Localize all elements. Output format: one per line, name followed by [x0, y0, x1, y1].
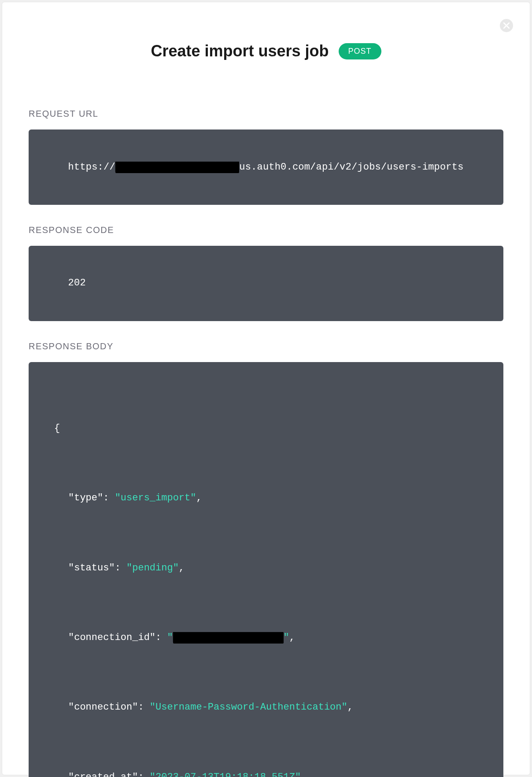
json-val-status: "pending" [126, 562, 179, 574]
response-code-block: 202 [29, 246, 503, 321]
json-key-created-at: "created_at" [68, 772, 138, 777]
close-button[interactable] [500, 19, 513, 32]
response-body-block: { "type": "users_import", "status": "pen… [29, 362, 503, 777]
json-key-type: "type" [68, 492, 103, 503]
section-label-response-body: RESPONSE BODY [29, 341, 503, 352]
json-val-created-at: "2023-07-13T19:18:18.551Z" [150, 772, 301, 777]
response-code-value: 202 [68, 278, 86, 289]
json-open-brace: { [54, 423, 60, 434]
api-response-modal: Create import users job POST REQUEST URL… [2, 2, 530, 775]
json-key-connection-id: "connection_id" [68, 632, 155, 643]
url-suffix: us.auth0.com/api/v2/jobs/users-imports [239, 162, 463, 173]
close-icon [503, 22, 510, 29]
section-label-response-code: RESPONSE CODE [29, 225, 503, 235]
json-val-connection-id-redacted: ███████████████████ [173, 632, 284, 644]
url-prefix: https:// [68, 162, 115, 173]
modal-title: Create import users job [151, 42, 329, 60]
request-url-block: https://█████████████████████us.auth0.co… [29, 130, 503, 205]
json-key-connection: "connection" [68, 702, 138, 713]
json-val-connection: "Username-Password-Authentication" [150, 702, 347, 713]
modal-header: Create import users job POST [29, 42, 503, 60]
json-key-status: "status" [68, 562, 115, 574]
section-label-request-url: REQUEST URL [29, 109, 503, 119]
url-redacted-segment: █████████████████████ [115, 162, 239, 173]
json-quote-open: " [167, 632, 173, 643]
json-quote-close: " [284, 632, 289, 643]
http-method-badge: POST [339, 43, 381, 59]
json-val-type: "users_import" [115, 492, 196, 503]
